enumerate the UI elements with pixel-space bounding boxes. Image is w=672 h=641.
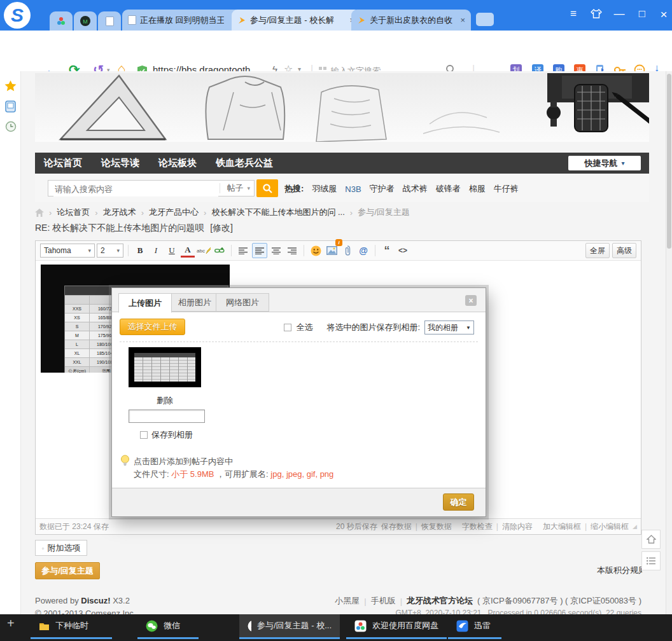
code-button[interactable]: <>: [396, 244, 410, 258]
tab-album-image[interactable]: 相册图片: [168, 293, 221, 312]
mobile-version-link[interactable]: 手机版: [371, 595, 396, 607]
list-icon: [647, 557, 655, 565]
forum-favicon-icon: [357, 16, 366, 25]
history-clock-icon[interactable]: [5, 121, 17, 135]
italic-button[interactable]: I: [149, 244, 163, 258]
advanced-mode-button[interactable]: 高级: [612, 243, 636, 258]
hot-item[interactable]: 棉服: [469, 183, 486, 195]
restore-data-link[interactable]: 恢复数据: [421, 521, 452, 532]
submit-reply-button[interactable]: 参与/回复主题: [35, 562, 100, 579]
mention-at-button[interactable]: @: [356, 244, 370, 258]
taskbar-item-thunder[interactable]: 迅雷: [448, 614, 501, 639]
align-right-button[interactable]: [285, 244, 299, 258]
minimize-button[interactable]: —: [611, 8, 627, 20]
edit-link[interactable]: [修改]: [210, 223, 233, 233]
dialog-close-button[interactable]: ×: [465, 295, 477, 306]
shrink-editor-link[interactable]: 缩小编辑框: [591, 521, 629, 532]
taskbar-plus-button[interactable]: +: [7, 616, 15, 631]
menu-icon[interactable]: ≡: [565, 8, 582, 20]
site-name-link[interactable]: 龙牙战术官方论坛: [407, 595, 473, 607]
resize-handle-icon[interactable]: ◢: [633, 523, 637, 530]
floating-side-panel: [641, 530, 661, 570]
align-center-button[interactable]: [269, 244, 283, 258]
additional-options-button[interactable]: ◦ 附加选项: [35, 540, 87, 556]
credits-rule-link[interactable]: 本版积分规则: [597, 565, 642, 576]
crumb-item[interactable]: 校长解决下不能上传本地图片的问 ...: [211, 207, 344, 218]
crumb-item[interactable]: 论坛首页: [57, 207, 90, 218]
image-caption-input[interactable]: [129, 410, 205, 423]
hot-item[interactable]: 牛仔裤: [494, 183, 519, 195]
pinned-tab-netdisk[interactable]: [50, 11, 73, 31]
delete-image-link[interactable]: 删除: [129, 395, 201, 406]
nav-forum-guide[interactable]: 论坛导读: [101, 157, 139, 169]
browser-tab-1[interactable]: 正在播放 回到明朝当王 ×: [122, 10, 242, 31]
attachment-button[interactable]: [340, 244, 354, 258]
bold-button[interactable]: B: [133, 244, 147, 258]
hot-item[interactable]: 守护者: [370, 183, 395, 195]
forum-search-input[interactable]: [53, 181, 218, 196]
uploaded-image-thumbnail[interactable]: [129, 347, 201, 387]
screenshot-panel-icon[interactable]: [5, 100, 17, 116]
forum-search-row: 帖子 ▾ 热搜: 羽绒服 N3B 守护者 战术裤 破锋者 棉服 牛仔裤: [35, 174, 649, 202]
hot-item[interactable]: 破锋者: [436, 183, 461, 195]
fullscreen-button[interactable]: 全屏: [585, 243, 610, 258]
vertical-scrollbar[interactable]: [666, 71, 672, 614]
nav-veterans-charity[interactable]: 铁血老兵公益: [216, 157, 273, 169]
hot-item[interactable]: 战术裤: [403, 183, 428, 195]
scrollbar-thumb[interactable]: [667, 74, 671, 249]
skin-tshirt-icon[interactable]: [588, 9, 605, 22]
browser-tab-3[interactable]: 关于新出皮肤衣的自收 ×: [351, 10, 471, 31]
back-to-top-button[interactable]: [641, 530, 661, 549]
pinned-tab-page[interactable]: [98, 11, 121, 31]
favorites-star-icon[interactable]: [4, 80, 17, 94]
save-to-album-checkbox[interactable]: [140, 431, 148, 439]
pinned-tab-mail[interactable]: M: [74, 11, 97, 31]
quick-menu-button[interactable]: [641, 551, 661, 570]
font-size-select[interactable]: 2▾: [97, 244, 123, 258]
maximize-button[interactable]: □: [634, 8, 650, 20]
taskbar-item-wechat[interactable]: 微信: [137, 614, 199, 639]
blacklist-link[interactable]: 小黑屋: [335, 595, 360, 607]
tab-upload-image[interactable]: 上传图片: [118, 293, 172, 313]
align-left-button-selected[interactable]: [252, 243, 267, 258]
netdisk-icon: [56, 16, 66, 26]
enlarge-editor-link[interactable]: 加大编辑框: [543, 521, 581, 532]
save-data-link[interactable]: 保存数据: [381, 521, 412, 532]
taskbar-item-sogou-active[interactable]: S 参与/回复主题 - 校...: [239, 614, 340, 639]
forum-search-box[interactable]: 帖子 ▾: [48, 180, 255, 196]
font-color-button[interactable]: A: [181, 244, 195, 258]
select-all-checkbox[interactable]: [284, 324, 291, 331]
browser-tab-2-active[interactable]: 参与/回复主题 - 校长解 ×: [232, 10, 360, 31]
taskbar-item-folder[interactable]: 下种临时: [31, 614, 112, 639]
discuz-link[interactable]: Discuz!: [81, 596, 110, 605]
emoji-button[interactable]: [309, 244, 323, 258]
choose-file-button[interactable]: 选择文件上传: [120, 319, 185, 335]
tab-close-icon[interactable]: ×: [460, 15, 465, 25]
home-icon[interactable]: [35, 209, 44, 217]
search-scope-select[interactable]: 帖子 ▾: [220, 183, 250, 193]
taskbar-item-netdisk[interactable]: 欢迎使用百度网盘: [346, 614, 447, 639]
tab-web-image[interactable]: 网络图片: [216, 293, 269, 312]
nav-forum-boards[interactable]: 论坛板块: [158, 157, 197, 169]
align-indent-button[interactable]: [236, 244, 250, 258]
sogou-logo-icon[interactable]: S: [4, 2, 31, 29]
new-tab-button[interactable]: [476, 13, 494, 26]
close-button[interactable]: ×: [655, 8, 672, 22]
font-family-select[interactable]: Tahoma▾: [40, 244, 95, 258]
confirm-button[interactable]: 确定: [443, 493, 474, 511]
crumb-item[interactable]: 龙牙产品中心: [149, 207, 199, 218]
album-select[interactable]: 我的相册 ▼: [424, 320, 474, 334]
hot-item[interactable]: N3B: [345, 184, 361, 194]
hot-item[interactable]: 羽绒服: [312, 183, 337, 195]
quick-nav-button[interactable]: 快捷导航 ▾: [568, 156, 641, 170]
clear-content-link[interactable]: 清除内容: [502, 521, 533, 532]
quote-button[interactable]: “: [380, 244, 394, 258]
nav-forum-home[interactable]: 论坛首页: [44, 157, 82, 169]
crumb-item[interactable]: 龙牙战术: [103, 207, 136, 218]
forum-search-button[interactable]: [256, 179, 278, 197]
insert-image-button[interactable]: i: [325, 244, 339, 258]
link-button[interactable]: [213, 244, 227, 258]
word-count-link[interactable]: 字数检查: [462, 521, 493, 532]
highlight-pencil-button[interactable]: abc: [197, 244, 211, 258]
underline-button[interactable]: U: [165, 244, 179, 258]
